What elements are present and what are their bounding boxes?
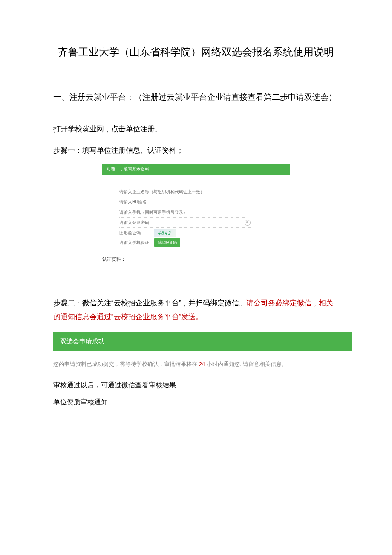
captcha-image: 4842: [154, 229, 176, 237]
get-sms-code-button[interactable]: 获取验证码: [154, 238, 180, 247]
eye-icon[interactable]: [245, 220, 251, 226]
password-input[interactable]: [119, 218, 243, 227]
success-banner: 双选会申请成功: [53, 332, 352, 351]
sms-code-input[interactable]: [119, 238, 149, 247]
intro-line-2: 步骤一：填写单位注册信息、认证资料；: [53, 142, 339, 160]
intro-line-1: 打开学校就业网，点击单位注册。: [53, 121, 339, 138]
after-approve-line-1: 审核通过以后，可通过微信查看审核结果: [53, 377, 339, 394]
submit-note-hours: 24: [199, 361, 205, 367]
auth-materials-label: 认证资料：: [102, 256, 290, 262]
hr-name-input[interactable]: [119, 197, 247, 207]
company-name-input[interactable]: [119, 187, 247, 197]
phone-input[interactable]: [119, 207, 247, 218]
submit-note-before: 您的申请资料已成功提交，需等待学校确认，审批结果将在: [53, 361, 199, 367]
page-title: 齐鲁工业大学（山东省科学院）网络双选会报名系统使用说明: [53, 43, 339, 61]
submit-note: 您的申请资料已成功提交，需等待学校确认，审批结果将在 24 小时内通知您. 请留…: [53, 360, 339, 368]
step-2-paragraph: 步骤二：微信关注“云校招企业服务平台”，并扫码绑定微信。请公司务必绑定微信，相关…: [53, 296, 339, 324]
registration-form-screenshot: 步骤一：填写基本资料 4842 获取验证码 认证资料：: [102, 164, 290, 262]
form-step-header: 步骤一：填写基本资料: [102, 164, 290, 175]
submit-note-after: 小时内通知您. 请留意相关信息。: [205, 361, 287, 367]
captcha-input[interactable]: [119, 228, 149, 238]
section-1-heading: 一、注册云就业平台：（注册过云就业平台企业请直接查看第二步申请双选会）: [53, 87, 339, 108]
after-approve-line-2: 单位资质审核通知: [53, 394, 339, 411]
step-2-black: 步骤二：微信关注“云校招企业服务平台”，并扫码绑定微信。: [53, 299, 246, 307]
